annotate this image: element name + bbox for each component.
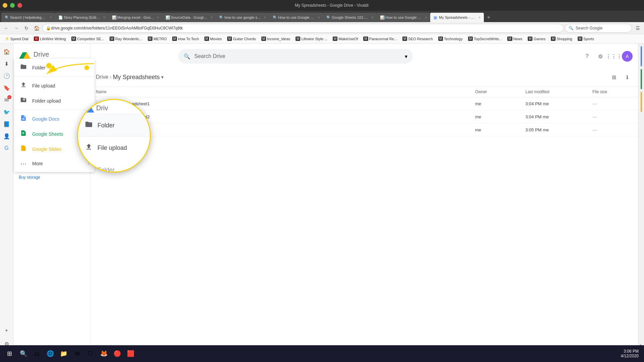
apps-btn[interactable]: ⋮⋮⋮ <box>608 51 619 62</box>
mag-fileupload-item[interactable]: File upload <box>78 137 150 159</box>
panel-google-icon[interactable]: G <box>1 143 12 154</box>
tab-sheets101[interactable]: 🔍 Google Sheets 101: The Be... × <box>323 13 377 22</box>
tab-sourcedata[interactable]: 📊 SourceData - Google Sheet... × <box>162 13 216 22</box>
tab-close-howtouse[interactable]: × <box>264 16 266 19</box>
settings-btn[interactable]: ⚙ <box>595 51 606 62</box>
back-button[interactable]: ← <box>2 24 11 33</box>
panel-download-icon[interactable]: ⬇ <box>1 58 12 69</box>
movies-label: Movies <box>210 37 222 41</box>
drive-logo-icon <box>19 49 31 60</box>
file-row-2[interactable]: 📊 Sample Spreadsheet3 me 3:05 PM me — <box>90 123 638 136</box>
bookmark-games[interactable]: M Games <box>526 36 548 42</box>
address-bar[interactable]: 🔒 drive.google.com/drive/folders/11nEEGt… <box>42 24 564 33</box>
bookmark-sports[interactable]: M Sports <box>576 36 596 42</box>
reload-button[interactable]: ↻ <box>22 24 31 33</box>
panel-bookmark-icon[interactable]: 🔖 <box>1 82 12 93</box>
forward-button[interactable]: → <box>12 24 21 33</box>
dropdown-item-folder[interactable]: Folder <box>14 60 94 75</box>
new-tab-button[interactable]: + <box>484 13 493 22</box>
tab-close-sheets101[interactable]: × <box>371 16 373 19</box>
taskbar-time-text: 3:06 PM <box>621 349 639 354</box>
panel-twitter-icon[interactable]: 🐦 <box>1 107 12 117</box>
account-btn[interactable]: A <box>622 51 633 62</box>
tab-close-merging[interactable]: × <box>157 16 159 19</box>
ray-label: Ray Wonderlic... <box>115 37 142 41</box>
panel-contacts-icon[interactable]: 👤 <box>1 131 12 141</box>
tab-myspreadsheets[interactable]: ▦ My Spreadsheets - Google ... × <box>430 13 484 22</box>
bookmark-shopping[interactable]: M Shopping <box>549 36 574 42</box>
panel-facebook-icon[interactable]: 📘 <box>1 119 12 129</box>
tab-merging[interactable]: 📊 Merging excel - Google Sh... × <box>109 13 162 22</box>
bookmark-howtotech[interactable]: M How To Tech <box>170 36 201 42</box>
tab-howtouse3[interactable]: 📊 How to use Google Sheets... × <box>377 13 430 22</box>
home-button[interactable]: 🏠 <box>32 24 41 33</box>
panel-home-icon[interactable]: 🏠 <box>1 46 12 57</box>
taskbar-extra[interactable]: 🟥 <box>125 348 137 360</box>
bookmark-guitar[interactable]: M Guitar Chords <box>225 36 258 42</box>
taskbar-edge[interactable]: 🌐 <box>44 348 56 360</box>
search-bar[interactable]: 🔍 Search Google <box>565 24 632 33</box>
dropdown-item-fileupload[interactable]: File upload <box>14 78 94 93</box>
tab-search[interactable]: 🔍 Search | helpdeskgeek × <box>1 13 55 22</box>
tab-close-myspreadsheets[interactable]: × <box>478 16 480 19</box>
dropdown-googlesheets-label: Google Sheets <box>32 131 63 137</box>
mag-folder-item[interactable]: Folder <box>78 114 150 137</box>
mag-folderupload-item[interactable]: Folder... <box>78 159 150 173</box>
file-row-1[interactable]: 📊 Sample Spreadsheet2 me 3:04 PM me — <box>90 110 638 123</box>
info-btn[interactable]: ℹ <box>622 72 633 82</box>
bookmark-speed-dial[interactable]: ⚡ Speed Dial <box>3 36 30 42</box>
metro-icon: M <box>148 37 152 41</box>
breadcrumb-drive[interactable]: Drive <box>96 74 108 80</box>
tab-close-search[interactable]: × <box>50 16 52 19</box>
bookmark-ray[interactable]: M Ray Wonderlic... <box>108 36 144 42</box>
panel-clock-icon[interactable]: 🕐 <box>1 70 12 81</box>
magnifier-overlay: Driv Folder File upload Folder... <box>77 99 151 173</box>
buy-storage-link[interactable]: Buy storage <box>19 175 85 180</box>
dropdown-item-folderupload[interactable]: Folder upload <box>14 93 94 108</box>
taskbar-vivaldi[interactable]: 🔴 <box>111 348 123 360</box>
bookmark-seo[interactable]: M SEO Research <box>400 36 435 42</box>
tab-howtouse[interactable]: 🔍 how to use google sheets × <box>216 13 269 22</box>
bookmark-makeuseofuf[interactable]: M MakeUseOf <box>331 36 360 42</box>
taskbar-defender[interactable]: 🛡 <box>84 348 96 360</box>
bookmark-movies[interactable]: M Movies <box>202 36 224 42</box>
bookmark-topsecret[interactable]: M TopSecretWrite... <box>466 36 504 42</box>
bookmark-technology[interactable]: M Technology <box>436 36 465 42</box>
bookmark-income[interactable]: M Income_Ideas <box>259 36 292 42</box>
bookmark-lifewire[interactable]: W LifeWire Writing <box>32 36 68 42</box>
bookmark-metro[interactable]: M METRO <box>146 36 169 42</box>
drive-search-bar[interactable]: 🔍 Search Drive ▾ <box>178 49 413 64</box>
search-options-icon[interactable]: ▾ <box>405 53 407 60</box>
panel-mail-icon[interactable]: ✉ 2 <box>1 95 12 105</box>
taskbar-taskview[interactable]: 🗂 <box>31 348 43 360</box>
bookmark-lifewirestyle[interactable]: M Lifewire Style ... <box>294 36 329 42</box>
panel-add-icon[interactable]: + <box>1 325 12 336</box>
bookmark-competitor[interactable]: M Competitor SE... <box>69 36 106 42</box>
taskbar-search[interactable]: 🔍 <box>17 348 29 360</box>
start-button[interactable]: ⊞ <box>3 347 16 360</box>
tab-story[interactable]: 📄 Story Planning (Editorial) × <box>55 13 109 22</box>
vivaldi-menu-button[interactable]: ☰ <box>633 24 642 33</box>
tab-close-howuse2[interactable]: × <box>318 16 320 19</box>
tab-close-howtouse3[interactable]: × <box>425 16 427 19</box>
competitor-icon: M <box>71 37 76 41</box>
minimize-btn[interactable] <box>3 3 7 8</box>
tab-howuse2[interactable]: 🔍 How to use Google Sheets... × <box>269 13 323 22</box>
file-row-0[interactable]: 📊 Sample Spreadsheet1 me 3:04 PM me — <box>90 97 638 110</box>
drive-content: 🔍 Search Drive ▾ ? ⚙ ⋮⋮⋮ A Drive › My Sp… <box>90 44 638 345</box>
help-btn[interactable]: ? <box>582 51 592 62</box>
tab-close-story[interactable]: × <box>103 16 105 19</box>
tab-close-sourcedata[interactable]: × <box>210 16 212 19</box>
breadcrumb-dropdown-arrow[interactable]: ▾ <box>161 74 164 80</box>
close-btn[interactable] <box>17 3 22 8</box>
file-owner-2: me <box>475 127 525 132</box>
taskbar-explorer[interactable]: 📁 <box>58 348 70 360</box>
grid-view-btn[interactable]: ⊞ <box>608 72 619 82</box>
taskbar-mail[interactable]: ✉ <box>71 348 83 360</box>
lifewire-icon: W <box>34 37 39 41</box>
bookmark-paranormal[interactable]: M Paranormal Re... <box>361 36 399 42</box>
speed-dial-icon: ⚡ <box>5 37 9 41</box>
bookmark-news[interactable]: M News <box>505 36 524 42</box>
taskbar-firefox[interactable]: 🦊 <box>98 348 110 360</box>
maximize-btn[interactable] <box>10 3 15 8</box>
